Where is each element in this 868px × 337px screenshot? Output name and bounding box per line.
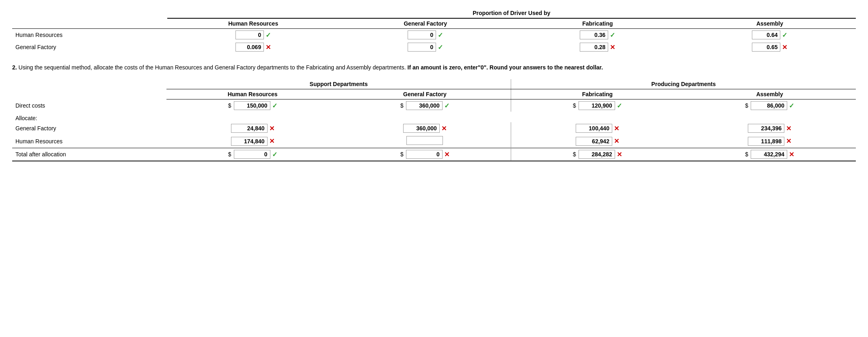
alloc-cell-r4-c1: $0✕ <box>339 148 511 161</box>
alloc-col-fab: Fabricating <box>511 89 684 99</box>
x-icon: ✕ <box>266 43 271 51</box>
alloc-empty-header <box>12 79 166 89</box>
alloc-input-empty-r3-c1[interactable] <box>406 136 443 145</box>
alloc-row-label-3: Human Resources <box>12 134 166 148</box>
alloc-cell-r3-c1 <box>339 134 511 148</box>
prop-input-r1-c2[interactable]: 0.28 <box>580 43 608 52</box>
check-icon: ✓ <box>782 31 787 39</box>
allocation-section: Support Departments Producing Department… <box>12 79 856 162</box>
prop-col-gf: General Factory <box>339 18 512 29</box>
x-icon: ✕ <box>610 43 615 51</box>
prop-empty-subheader <box>12 18 167 29</box>
prop-input-r1-c1[interactable]: 0 <box>408 43 436 52</box>
alloc-cell-r0-c3: $86,000✓ <box>683 99 856 112</box>
dollar-sign: $ <box>400 151 404 158</box>
alloc-input-r4-c3[interactable]: 432,294 <box>751 150 787 159</box>
alloc-input-r4-c0[interactable]: 0 <box>234 150 270 159</box>
check-icon: ✓ <box>438 43 443 51</box>
prop-cell-r0-c2: 0.36✓ <box>512 29 684 41</box>
prop-col-fab: Fabricating <box>512 18 684 29</box>
dollar-sign: $ <box>745 151 748 158</box>
alloc-cell-r0-c2: $120,900✓ <box>511 99 684 112</box>
alloc-input-r4-c1[interactable]: 0 <box>406 150 443 159</box>
alloc-cell-r2-c0: 24,840✕ <box>166 122 339 134</box>
prop-input-r0-c3[interactable]: 0.64 <box>752 30 780 39</box>
prop-cell-r1-c0: 0.069✕ <box>167 41 339 53</box>
alloc-cell-r4-c3: $432,294✕ <box>683 148 856 161</box>
x-icon: ✕ <box>786 125 791 132</box>
alloc-cell-r2-c3: 234,396✕ <box>683 122 856 134</box>
alloc-col-asm: Assembly <box>683 89 856 99</box>
prop-cell-r1-c1: 0✓ <box>339 41 512 53</box>
alloc-input-r3-c3[interactable]: 111,898 <box>748 137 784 146</box>
x-icon: ✕ <box>617 151 622 158</box>
alloc-input-r0-c3[interactable]: 86,000 <box>751 101 787 110</box>
prop-col-hr: Human Resources <box>167 18 339 29</box>
proportion-table: Proportion of Driver Used by Human Resou… <box>12 8 856 53</box>
prop-cell-r1-c3: 0.65✕ <box>684 41 856 53</box>
alloc-empty-subheader <box>12 89 166 99</box>
alloc-input-r4-c2[interactable]: 284,282 <box>579 150 615 159</box>
check-icon: ✓ <box>272 151 277 158</box>
alloc-row-label-4: Total after allocation <box>12 148 166 161</box>
x-icon: ✕ <box>614 137 619 145</box>
alloc-input-r0-c0[interactable]: 150,000 <box>234 101 270 110</box>
dollar-sign: $ <box>745 102 748 109</box>
alloc-cell-r3-c3: 111,898✕ <box>683 134 856 148</box>
alloc-cell-r4-c0: $0✓ <box>166 148 339 161</box>
x-icon: ✕ <box>789 151 794 158</box>
instruction-number: 2. <box>12 64 17 71</box>
check-icon: ✓ <box>789 102 794 110</box>
allocate-header-label: Allocate: <box>12 112 856 122</box>
alloc-cell-r0-c0: $150,000✓ <box>166 99 339 112</box>
alloc-cell-r2-c2: 100,440✕ <box>511 122 684 134</box>
producing-dept-header: Producing Departments <box>511 79 856 89</box>
alloc-input-r0-c1[interactable]: 360,000 <box>406 101 443 110</box>
prop-input-r0-c2[interactable]: 0.36 <box>580 30 608 39</box>
alloc-cell-r2-c1: 360,000✕ <box>339 122 511 134</box>
prop-cell-r0-c1: 0✓ <box>339 29 512 41</box>
prop-input-r1-c3[interactable]: 0.65 <box>752 43 780 52</box>
prop-input-r1-c0[interactable]: 0.069 <box>235 43 264 52</box>
prop-input-r0-c1[interactable]: 0 <box>408 30 436 39</box>
alloc-cell-r4-c2: $284,282✕ <box>511 148 684 161</box>
alloc-cell-r3-c2: 62,942✕ <box>511 134 684 148</box>
x-icon: ✕ <box>441 125 447 132</box>
dollar-sign: $ <box>400 102 404 109</box>
check-icon: ✓ <box>617 102 622 110</box>
instruction-body: Using the sequential method, allocate th… <box>17 64 406 71</box>
alloc-row-label-0: Direct costs <box>12 99 166 112</box>
alloc-input-r2-c2[interactable]: 100,440 <box>576 124 612 133</box>
alloc-input-r2-c0[interactable]: 24,840 <box>231 124 268 133</box>
x-icon: ✕ <box>444 151 449 158</box>
prop-cell-r1-c2: 0.28✕ <box>512 41 684 53</box>
prop-row-label-1: General Factory <box>12 41 167 53</box>
prop-col-asm: Assembly <box>684 18 856 29</box>
dollar-sign: $ <box>573 102 576 109</box>
alloc-input-r2-c3[interactable]: 234,396 <box>748 124 784 133</box>
allocation-table: Support Departments Producing Department… <box>12 79 856 162</box>
alloc-input-r3-c2[interactable]: 62,942 <box>576 137 612 146</box>
prop-input-r0-c0[interactable]: 0 <box>235 30 264 39</box>
instruction-bold: If an amount is zero, enter"0". Round yo… <box>406 64 603 71</box>
proportion-section: Proportion of Driver Used by Human Resou… <box>12 8 856 53</box>
alloc-input-r2-c1[interactable]: 360,000 <box>403 124 440 133</box>
check-icon: ✓ <box>272 102 277 110</box>
alloc-col-gf: General Factory <box>339 89 511 99</box>
dollar-sign: $ <box>228 151 231 158</box>
dollar-sign: $ <box>573 151 576 158</box>
instruction-text: 2. Using the sequential method, allocate… <box>12 63 856 72</box>
check-icon: ✓ <box>266 31 271 39</box>
check-icon: ✓ <box>610 31 615 39</box>
prop-row-label-0: Human Resources <box>12 29 167 41</box>
alloc-input-r0-c2[interactable]: 120,900 <box>579 101 615 110</box>
proportion-main-header: Proportion of Driver Used by <box>167 8 856 18</box>
x-icon: ✕ <box>782 43 787 51</box>
alloc-input-r3-c0[interactable]: 174,840 <box>231 137 268 146</box>
x-icon: ✕ <box>269 125 274 132</box>
x-icon: ✕ <box>614 125 619 132</box>
prop-cell-r0-c3: 0.64✓ <box>684 29 856 41</box>
alloc-cell-r3-c0: 174,840✕ <box>166 134 339 148</box>
x-icon: ✕ <box>269 137 274 145</box>
dollar-sign: $ <box>228 102 231 109</box>
